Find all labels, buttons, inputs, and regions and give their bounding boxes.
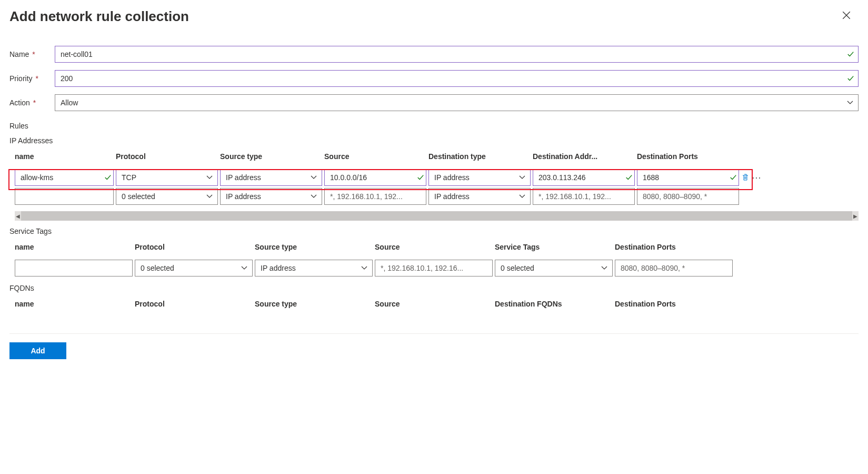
rule-protocol-select[interactable]: 0 selected [116, 188, 218, 205]
col-dest-ports: Destination Ports [615, 239, 735, 259]
rule-dest-type-select[interactable]: IP address [428, 169, 531, 186]
rule-source-type-select[interactable]: IP address [220, 169, 322, 186]
col-source-type: Source type [255, 295, 375, 315]
col-source: Source [375, 239, 495, 259]
col-name: name [15, 239, 135, 259]
svc-source-input[interactable] [375, 260, 493, 276]
trash-icon [741, 173, 750, 182]
col-protocol: Protocol [135, 239, 255, 259]
add-button[interactable]: Add [9, 342, 66, 359]
col-source-type: Source type [220, 148, 324, 168]
scroll-left-icon[interactable]: ◀ [16, 213, 20, 219]
priority-input[interactable] [55, 70, 859, 87]
fqdns-heading: FQDNs [9, 284, 859, 292]
col-service-tags: Service Tags [495, 239, 615, 259]
col-dest-type: Destination type [428, 148, 533, 168]
svc-dest-ports-input[interactable] [615, 260, 733, 276]
rule-dest-ports-input[interactable] [637, 169, 739, 186]
name-label: Name * [9, 50, 55, 58]
priority-label: Priority * [9, 74, 55, 83]
svc-source-type-select[interactable]: IP address [255, 260, 373, 276]
delete-row-button[interactable] [741, 173, 750, 182]
col-dest-fqdns: Destination FQDNs [495, 295, 615, 315]
col-source: Source [324, 148, 428, 168]
service-tags-table: name Protocol Source type Source Service… [15, 239, 859, 278]
svc-service-tags-select[interactable]: 0 selected [495, 260, 613, 276]
svc-protocol-select[interactable]: 0 selected [135, 260, 253, 276]
col-name: name [15, 148, 116, 168]
rule-source-input[interactable] [324, 169, 426, 186]
name-input[interactable] [55, 46, 859, 63]
svc-name-input[interactable] [15, 260, 133, 276]
col-source-type: Source type [255, 239, 375, 259]
close-icon [842, 11, 851, 20]
col-protocol: Protocol [116, 148, 220, 168]
col-protocol: Protocol [135, 295, 255, 315]
rules-heading: Rules [9, 122, 859, 130]
col-dest-ports: Destination Ports [615, 295, 735, 315]
scrollbar-track[interactable] [21, 211, 852, 221]
scroll-right-icon[interactable]: ▶ [853, 213, 857, 219]
ip-addresses-heading: IP Addresses [9, 136, 859, 145]
col-dest-ports: Destination Ports [637, 148, 741, 168]
rule-source-input[interactable] [324, 188, 426, 205]
horizontal-scrollbar[interactable]: ◀ ▶ [15, 211, 859, 221]
close-button[interactable] [842, 11, 851, 20]
col-dest-addr: Destination Addr... [533, 148, 637, 168]
rule-protocol-select[interactable]: TCP [116, 169, 218, 186]
rule-dest-type-select[interactable]: IP address [428, 188, 531, 205]
rule-dest-addr-input[interactable] [533, 188, 635, 205]
col-source: Source [375, 295, 495, 315]
rule-dest-ports-input[interactable] [637, 188, 739, 205]
rule-name-input[interactable] [15, 188, 114, 205]
rule-name-input[interactable] [15, 169, 114, 186]
ip-addresses-table: name Protocol Source type Source Destina… [15, 148, 859, 206]
action-label: Action * [9, 98, 55, 107]
col-name: name [15, 295, 135, 315]
rule-source-type-select[interactable]: IP address [220, 188, 322, 205]
action-select[interactable]: Allow [55, 94, 859, 111]
row-more-button[interactable]: ⋯ [752, 173, 761, 182]
service-tags-heading: Service Tags [9, 227, 859, 235]
fqdns-table: name Protocol Source type Source Destina… [15, 295, 859, 315]
page-title: Add network rule collection [9, 8, 859, 25]
rule-dest-addr-input[interactable] [533, 169, 635, 186]
